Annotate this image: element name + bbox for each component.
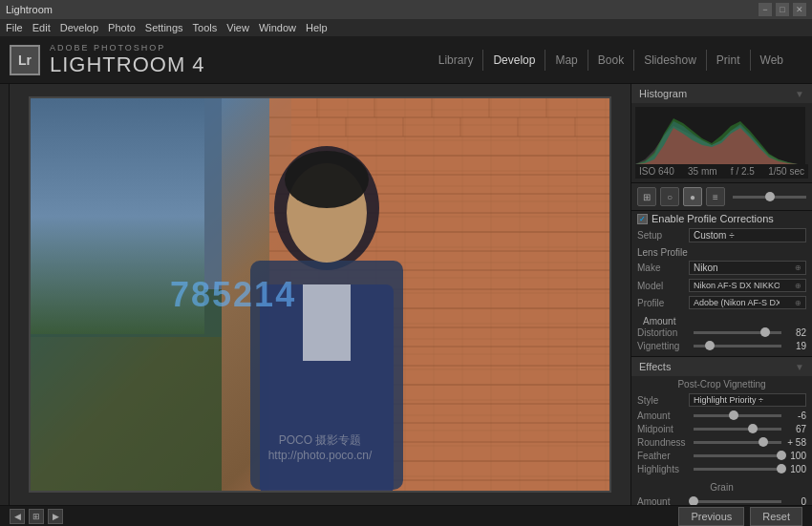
roundness-slider[interactable] — [694, 441, 781, 444]
tool-row: ⊞ ○ ● ≡ — [631, 183, 812, 211]
left-panel — [0, 84, 10, 505]
distortion-row: Distortion 82 — [637, 327, 806, 338]
film-grid-btn[interactable]: ⊞ — [29, 509, 44, 524]
grain-amount-label: Amount — [637, 496, 690, 505]
menu-file[interactable]: File — [6, 22, 23, 33]
tab-library[interactable]: Library — [429, 50, 483, 71]
watermark-brand-text: POCO 摄影专题 — [268, 432, 373, 449]
menu-photo[interactable]: Photo — [108, 22, 136, 33]
profile-arrow: ⊕ — [795, 299, 801, 307]
style-label: Style — [637, 395, 685, 406]
tab-slideshow[interactable]: Slideshow — [633, 50, 706, 71]
svg-point-36 — [285, 151, 369, 208]
highlights-slider[interactable] — [694, 468, 781, 471]
app-title: LIGHTROOM 4 — [50, 53, 205, 77]
highlights-row: Highlights 100 — [637, 464, 806, 474]
midpoint-value: 67 — [785, 424, 806, 434]
focal-length: 35 mm — [688, 166, 717, 177]
profile-value[interactable]: Adobe (Nikon AF-S DX NIKKO... ⊕ — [689, 296, 806, 309]
reset-button[interactable]: Reset — [750, 507, 802, 526]
menu-tools[interactable]: Tools — [193, 22, 218, 33]
tool-grad[interactable]: ≡ — [706, 187, 725, 206]
aperture: f / 2.5 — [731, 166, 755, 177]
watermark-url: http://photo.poco.cn/ — [268, 449, 373, 462]
tool-crop[interactable]: ⊞ — [637, 187, 656, 206]
histogram-header[interactable]: Histogram ▼ — [631, 84, 812, 103]
make-arrow: ⊕ — [795, 263, 801, 272]
tab-web[interactable]: Web — [750, 50, 793, 71]
feather-row: Feather 100 — [637, 451, 806, 461]
model-row: Model Nikon AF-S DX NIKKOR 35mm... ⊕ — [631, 277, 812, 294]
tool-heal[interactable]: ○ — [660, 187, 679, 206]
close-button[interactable]: ✕ — [793, 3, 806, 16]
vignetting-row: Vignetting 19 — [637, 341, 806, 351]
tool-slider-thumb — [765, 192, 775, 201]
roundness-row: Roundness + 58 — [637, 437, 806, 448]
effects-panel: Effects ▼ Post-Crop Vignetting Style Hig… — [631, 357, 812, 505]
menu-window[interactable]: Window — [259, 22, 296, 33]
vignetting-thumb — [705, 341, 715, 350]
setup-label: Setup — [637, 230, 685, 241]
tab-develop[interactable]: Develop — [482, 50, 545, 71]
effects-collapse-icon: ▼ — [795, 362, 804, 372]
title-bar: Lightroom − □ ✕ — [0, 0, 812, 19]
menu-edit[interactable]: Edit — [32, 22, 51, 33]
effects-header[interactable]: Effects ▼ — [631, 357, 812, 376]
make-value[interactable]: Nikon ⊕ — [689, 261, 806, 275]
film-controls: ◀ ⊞ ▶ — [10, 509, 63, 524]
grain-amount-slider[interactable] — [694, 500, 781, 503]
svg-rect-38 — [303, 284, 351, 361]
midpoint-slider[interactable] — [694, 428, 781, 431]
tab-map[interactable]: Map — [545, 50, 587, 71]
menu-settings[interactable]: Settings — [145, 22, 183, 33]
style-row: Style Highlight Priority ÷ — [631, 391, 812, 409]
grain-section: Amount 0 Size 25 — [631, 494, 812, 505]
previous-button[interactable]: Previous — [678, 507, 744, 526]
tool-slider-track[interactable] — [733, 196, 806, 199]
effects-amount-slider[interactable] — [694, 414, 781, 417]
distortion-value: 82 — [785, 327, 806, 338]
lens-correction-panel: ✓ Enable Profile Corrections Setup Custo… — [631, 211, 812, 357]
distortion-slider[interactable] — [694, 331, 781, 334]
enable-correction-checkbox[interactable]: ✓ — [637, 214, 648, 224]
minimize-button[interactable]: − — [759, 3, 772, 16]
tab-print[interactable]: Print — [706, 50, 750, 71]
effects-amount-label: Amount — [637, 410, 690, 421]
maximize-button[interactable]: □ — [776, 3, 789, 16]
lens-profile-label: Lens Profile — [631, 244, 812, 259]
make-row: Make Nikon ⊕ — [631, 259, 812, 277]
app-header: Lr ADOBE PHOTOSHOP LIGHTROOM 4 Library D… — [0, 36, 812, 84]
feather-thumb — [777, 451, 786, 460]
roundness-label: Roundness — [637, 437, 690, 448]
app-subtitle: ADOBE PHOTOSHOP — [50, 43, 205, 53]
distortion-label: Distortion — [637, 327, 690, 338]
midpoint-label: Midpoint — [637, 424, 690, 434]
model-value[interactable]: Nikon AF-S DX NIKKOR 35mm... ⊕ — [689, 279, 806, 292]
effects-amount-section: Amount -6 Midpoint 67 Roundness — [631, 409, 812, 479]
main-area: 785214 POCO 摄影专题 http://photo.poco.cn/ H… — [0, 84, 812, 505]
setup-value[interactable]: Custom ÷ — [689, 228, 806, 242]
feather-slider[interactable] — [694, 454, 781, 457]
film-right-btn[interactable]: ▶ — [48, 509, 63, 524]
iso-label: ISO 640 — [639, 166, 674, 177]
vignetting-slider[interactable] — [694, 345, 781, 347]
tab-book[interactable]: Book — [588, 50, 633, 71]
histogram-svg — [635, 107, 805, 164]
watermark-brand: POCO 摄影专题 http://photo.poco.cn/ — [268, 432, 373, 462]
midpoint-thumb — [748, 424, 758, 433]
style-value[interactable]: Highlight Priority ÷ — [689, 393, 806, 407]
filmstrip: ◀ ⊞ ▶ Previous Reset — [0, 505, 812, 526]
model-label: Model — [637, 281, 685, 291]
effects-amount-row: Amount -6 — [637, 410, 806, 421]
tool-lens[interactable]: ● — [683, 187, 702, 206]
menu-help[interactable]: Help — [306, 22, 328, 33]
menu-develop[interactable]: Develop — [60, 22, 98, 33]
bottom-buttons: Previous Reset — [678, 507, 802, 526]
midpoint-row: Midpoint 67 — [637, 424, 806, 434]
profile-row: Profile Adobe (Nikon AF-S DX NIKKO... ⊕ — [631, 294, 812, 311]
photo-area: 785214 POCO 摄影专题 http://photo.poco.cn/ — [10, 84, 630, 505]
histogram-info: ISO 640 35 mm f / 2.5 1/50 sec — [635, 164, 808, 179]
menu-view[interactable]: View — [226, 22, 249, 33]
shutter: 1/50 sec — [768, 166, 804, 177]
film-left-btn[interactable]: ◀ — [10, 509, 25, 524]
